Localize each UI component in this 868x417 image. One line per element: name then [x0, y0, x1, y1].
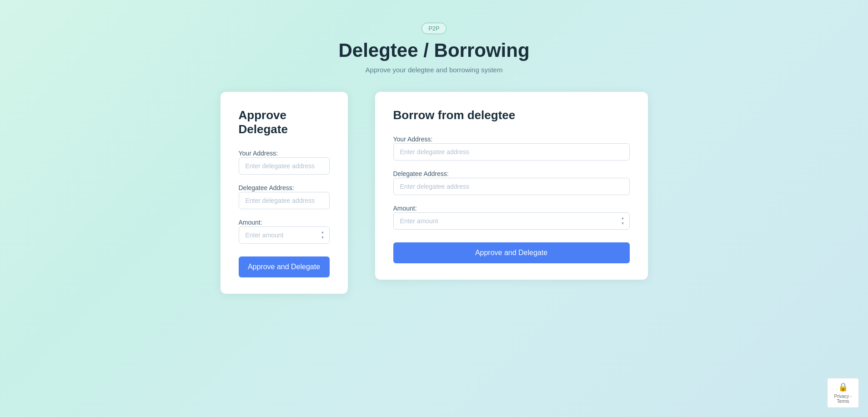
page-title: Delegtee / Borrowing: [338, 40, 529, 61]
approve-your-address-group: Your Address:: [239, 149, 330, 175]
approve-amount-group: Amount: ▲ ▼: [239, 218, 330, 244]
approve-your-address-input[interactable]: [239, 157, 330, 175]
borrow-amount-wrapper: ▲ ▼: [393, 212, 630, 230]
cards-container: Approve Delegate Your Address: Delegatee…: [221, 92, 648, 294]
borrow-amount-label: Amount:: [393, 205, 417, 212]
approve-your-address-label: Your Address:: [239, 150, 278, 157]
borrow-approve-delegate-button[interactable]: Approve and Delegate: [393, 242, 630, 263]
borrow-your-address-input[interactable]: [393, 143, 630, 161]
borrow-amount-spinner: ▲ ▼: [620, 216, 626, 226]
borrow-card: Borrow from delegtee Your Address: Deleg…: [375, 92, 648, 280]
approve-amount-input[interactable]: [239, 226, 330, 244]
recaptcha-badge: 🔒 Privacy - Terms: [827, 378, 859, 408]
approve-delegate-button[interactable]: Approve and Delegate: [239, 256, 330, 277]
borrow-amount-input[interactable]: [393, 212, 630, 230]
recaptcha-text: Privacy - Terms: [832, 394, 854, 404]
p2p-badge: P2P: [421, 23, 447, 34]
approve-amount-down-button[interactable]: ▼: [320, 236, 326, 240]
borrow-delegatee-address-input[interactable]: [393, 178, 630, 195]
borrow-amount-group: Amount: ▲ ▼: [393, 204, 630, 230]
borrow-title: Borrow from delegtee: [393, 108, 630, 122]
borrow-your-address-group: Your Address:: [393, 135, 630, 161]
page-header: P2P Delegtee / Borrowing Approve your de…: [338, 23, 529, 74]
recaptcha-logo: 🔒: [832, 382, 854, 392]
approve-delegate-card: Approve Delegate Your Address: Delegatee…: [221, 92, 348, 294]
approve-delegate-title: Approve Delegate: [239, 108, 330, 136]
borrow-your-address-label: Your Address:: [393, 136, 433, 143]
approve-delegatee-address-group: Delegatee Address:: [239, 184, 330, 209]
borrow-delegatee-address-label: Delegatee Address:: [393, 170, 449, 177]
approve-delegatee-address-input[interactable]: [239, 192, 330, 209]
approve-amount-wrapper: ▲ ▼: [239, 226, 330, 244]
borrow-delegatee-address-group: Delegatee Address:: [393, 170, 630, 195]
borrow-amount-up-button[interactable]: ▲: [620, 216, 626, 221]
approve-amount-label: Amount:: [239, 219, 262, 226]
approve-amount-up-button[interactable]: ▲: [320, 230, 326, 235]
page-subtitle: Approve your delegtee and borrowing syst…: [366, 66, 503, 74]
approve-delegatee-address-label: Delegatee Address:: [239, 184, 294, 191]
approve-amount-spinner: ▲ ▼: [320, 230, 326, 240]
borrow-amount-down-button[interactable]: ▼: [620, 221, 626, 226]
